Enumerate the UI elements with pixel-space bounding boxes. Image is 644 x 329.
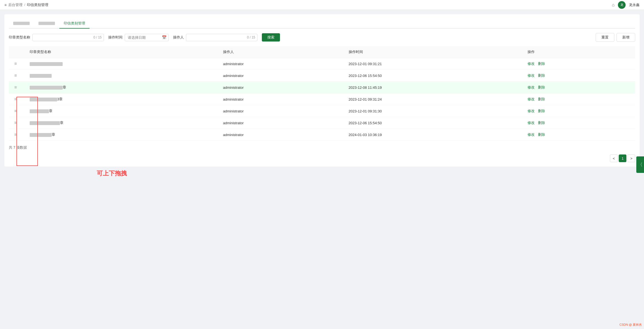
delete-link[interactable]: 删除 <box>538 109 545 113</box>
search-button[interactable]: 搜索 <box>262 33 280 42</box>
row-name-cell: 章 <box>25 82 219 93</box>
col-header-operator: 操作人 <box>219 46 344 58</box>
row-action-cell: 修改 删除 <box>523 105 635 117</box>
drag-tooltip: 可上下拖拽 <box>97 169 127 178</box>
name-input-wrap: 0 / 15 <box>32 34 104 41</box>
tab-2-label <box>38 22 55 25</box>
row-operator-cell: administrator <box>219 105 344 117</box>
date-wrap: 📅 <box>125 34 169 41</box>
col-header-action: 操作 <box>523 46 635 58</box>
search-bar-right: 重置 新增 <box>596 33 635 42</box>
row-action-cell: 修改 删除 <box>523 129 635 141</box>
main-content: 印信类别管理 印章类型名称 0 / 15 操作时间 📅 操作人 <box>0 10 644 329</box>
content-card: 印信类别管理 印章类型名称 0 / 15 操作时间 📅 操作人 <box>4 14 640 167</box>
row-name-blurred <box>30 62 63 66</box>
row-name-cell <box>25 70 219 82</box>
row-operator-cell: administrator <box>219 129 344 141</box>
float-button[interactable]: 〈 <box>636 156 644 173</box>
row-name-suffix: 3章 <box>57 97 63 101</box>
col-header-time: 操作时间 <box>344 46 523 58</box>
table-row: ≡章administrator2023-12-06 15:54:50修改 删除 <box>9 117 635 129</box>
row-name-cell: 章 <box>25 129 219 141</box>
drag-handle-icon[interactable]: ≡ <box>13 119 18 126</box>
avatar[interactable]: 龙 <box>618 1 626 9</box>
edit-link[interactable]: 修改 <box>528 85 535 89</box>
delete-link[interactable]: 删除 <box>538 85 545 89</box>
table-body: ≡administrator2023-12-01 09:31:21修改 删除≡a… <box>9 58 635 141</box>
top-nav: ≡ 后台管理 / 印信类别管理 ⌂ 龙 龙永鑫 <box>0 0 644 10</box>
row-operator-cell: administrator <box>219 117 344 129</box>
drag-handle-icon[interactable]: ≡ <box>13 72 18 79</box>
breadcrumb: ≡ 后台管理 / 印信类别管理 <box>4 2 48 7</box>
edit-link[interactable]: 修改 <box>528 132 535 137</box>
edit-link[interactable]: 修改 <box>528 109 535 113</box>
time-field: 操作时间 📅 <box>108 34 169 41</box>
breadcrumb-separator: / <box>24 3 25 7</box>
tab-3[interactable]: 印信类别管理 <box>59 19 90 29</box>
menu-icon: ≡ <box>4 3 7 7</box>
drag-handle-icon[interactable]: ≡ <box>13 96 18 103</box>
action-separator <box>536 73 537 78</box>
table-wrap: 印章类型名称 操作人 操作时间 操作 ≡administrator2023-12… <box>9 46 635 141</box>
edit-link[interactable]: 修改 <box>528 62 535 66</box>
drag-handle-icon[interactable]: ≡ <box>13 60 18 67</box>
new-button[interactable]: 新增 <box>617 33 635 42</box>
tab-1[interactable] <box>9 19 34 29</box>
action-separator <box>536 132 537 137</box>
drag-handle-icon[interactable]: ≡ <box>13 131 18 138</box>
action-separator <box>536 62 537 66</box>
pagination: < 1 > <box>9 154 635 162</box>
row-time-cell: 2023-12-01 09:31:24 <box>344 93 523 105</box>
edit-link[interactable]: 修改 <box>528 97 535 101</box>
operator-label: 操作人 <box>173 35 184 40</box>
delete-link[interactable]: 删除 <box>538 97 545 101</box>
row-action-cell: 修改 删除 <box>523 58 635 70</box>
table-row: ≡章administrator2024-01-03 10:36:19修改 删除 <box>9 129 635 141</box>
row-name-blurred <box>30 74 52 78</box>
tab-2[interactable] <box>34 19 59 29</box>
row-name-cell: 3章 <box>25 93 219 105</box>
edit-link[interactable]: 修改 <box>528 73 535 78</box>
delete-link[interactable]: 删除 <box>538 121 545 125</box>
drag-handle-cell: ≡ <box>9 58 25 70</box>
row-time-cell: 2023-12-06 15:54:50 <box>344 117 523 129</box>
page-1-btn[interactable]: 1 <box>619 154 626 162</box>
operator-counter: 0 / 15 <box>247 35 255 39</box>
row-name-blurred <box>30 133 52 137</box>
delete-link[interactable]: 删除 <box>538 73 545 78</box>
row-operator-cell: administrator <box>219 70 344 82</box>
row-name-blurred <box>30 109 49 113</box>
drag-handle-icon[interactable]: ≡ <box>13 84 18 91</box>
name-field: 印章类型名称 0 / 15 <box>9 34 104 41</box>
breadcrumb-home[interactable]: 后台管理 <box>8 2 23 7</box>
home-icon[interactable]: ⌂ <box>612 2 615 7</box>
drag-handle-cell: ≡ <box>9 117 25 129</box>
tab-bar: 印信类别管理 <box>9 19 635 29</box>
page-prev-btn[interactable]: < <box>610 154 618 162</box>
drag-handle-cell: ≡ <box>9 82 25 93</box>
top-nav-right: ⌂ 龙 龙永鑫 <box>612 1 640 9</box>
table-header-row: 印章类型名称 操作人 操作时间 操作 <box>9 46 635 58</box>
delete-link[interactable]: 删除 <box>538 62 545 66</box>
breadcrumb-current: 印信类别管理 <box>27 2 48 7</box>
name-label: 印章类型名称 <box>9 35 30 40</box>
table-row: ≡administrator2023-12-06 15:54:50修改 删除 <box>9 70 635 82</box>
row-name-blurred <box>30 98 57 101</box>
drag-handle-cell: ≡ <box>9 93 25 105</box>
row-operator-cell: administrator <box>219 82 344 93</box>
delete-link[interactable]: 删除 <box>538 132 545 137</box>
edit-link[interactable]: 修改 <box>528 121 535 125</box>
row-operator-cell: administrator <box>219 93 344 105</box>
reset-button[interactable]: 重置 <box>596 33 614 42</box>
operator-input-wrap: 0 / 15 <box>186 34 257 41</box>
total-count: 共 7 项数据 <box>9 145 635 150</box>
search-bar: 印章类型名称 0 / 15 操作时间 📅 操作人 0 / 15 <box>9 33 635 42</box>
row-operator-cell: administrator <box>219 58 344 70</box>
tab-1-label <box>13 22 30 25</box>
user-name[interactable]: 龙永鑫 <box>629 2 640 7</box>
page-next-btn[interactable]: > <box>628 154 635 162</box>
drag-handle-icon[interactable]: ≡ <box>13 107 18 114</box>
operator-field: 操作人 0 / 15 <box>173 34 257 41</box>
float-icon: 〈 <box>638 161 643 168</box>
table-row: ≡章administrator2023-12-01 09:31:30修改 删除 <box>9 105 635 117</box>
